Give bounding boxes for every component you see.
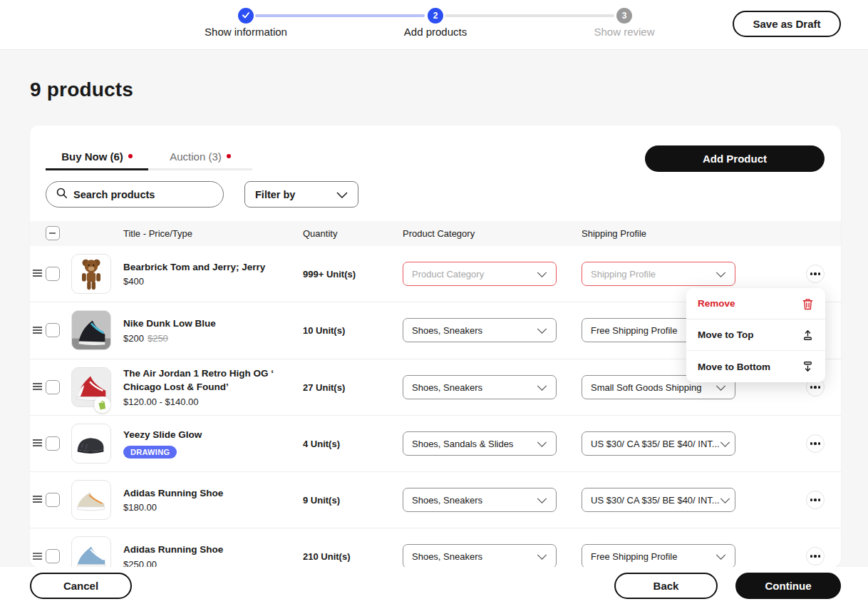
product-title: Yeezy Slide Glow: [123, 429, 298, 442]
category-dropdown[interactable]: Shoes, Sneakers: [403, 488, 557, 512]
row-more-button[interactable]: [806, 491, 825, 509]
chevron-down-icon: [537, 551, 547, 562]
product-quantity: 9 Unit(s): [303, 472, 399, 528]
header-shipping: Shipping Profile: [582, 221, 646, 246]
header-title: Title - Price/Type: [123, 221, 192, 246]
drag-handle-icon[interactable]: [32, 493, 43, 506]
product-image-adidas-cream: [71, 480, 111, 520]
page-title: 9 products: [30, 78, 133, 101]
product-quantity: 210 Unit(s): [303, 528, 399, 567]
product-quantity: 27 Unit(s): [303, 359, 399, 415]
tab-auction[interactable]: Auction (3): [148, 144, 252, 170]
category-dropdown[interactable]: Shoes, Sneakers: [403, 544, 557, 567]
product-title: Bearbrick Tom and Jerry; Jerry: [123, 261, 298, 275]
product-image-bearbrick: [71, 254, 111, 294]
category-dropdown[interactable]: Shoes, Sneakers: [403, 318, 557, 342]
filter-by-dropdown[interactable]: Filter by: [244, 181, 358, 208]
chevron-down-icon: [537, 325, 547, 336]
product-title: Adidas Running Shoe: [123, 543, 298, 557]
drag-handle-icon[interactable]: [32, 381, 43, 394]
chevron-down-icon: [537, 382, 547, 393]
drag-handle-icon[interactable]: [32, 324, 43, 337]
drag-handle-icon[interactable]: [32, 267, 43, 280]
buy-now-alert-dot: [128, 154, 133, 158]
category-dropdown[interactable]: Shoes, Sneakers: [403, 375, 557, 399]
row-more-button[interactable]: [806, 434, 825, 453]
product-image-adidas-blue: [71, 536, 111, 567]
search-box[interactable]: [46, 181, 224, 208]
trash-icon: [802, 297, 814, 310]
table-row: Adidas Running Shoe $180.00 9 Unit(s) Sh…: [30, 472, 841, 528]
chevron-down-icon: [715, 382, 726, 393]
shipping-dropdown[interactable]: US $30/ CA $35/ BE $40/ INT...: [582, 488, 735, 512]
shipping-dropdown[interactable]: Shipping Profile: [582, 262, 735, 286]
row-more-button[interactable]: [806, 265, 825, 283]
drawing-status-badge: DRAWING: [123, 446, 177, 459]
chevron-down-icon: [537, 495, 547, 506]
row-checkbox[interactable]: [46, 323, 60, 337]
product-title: The Air Jordan 1 Retro High OG ‘ Chicago…: [123, 367, 298, 394]
move-to-bottom-icon: [802, 360, 814, 373]
product-price: $400: [123, 276, 298, 287]
product-image-yeezy-slide: [71, 424, 111, 464]
table-header: Title - Price/Type Quantity Product Cate…: [30, 221, 841, 246]
header-category: Product Category: [403, 221, 475, 246]
product-old-price: $250: [148, 333, 168, 344]
auction-alert-dot: [227, 154, 231, 158]
step-3-number: 3: [622, 11, 627, 21]
row-checkbox[interactable]: [46, 493, 60, 507]
category-dropdown[interactable]: Product Category: [403, 262, 557, 286]
cancel-button[interactable]: Cancel: [30, 573, 132, 599]
header-quantity: Quantity: [303, 221, 337, 246]
menu-item-remove[interactable]: Remove: [686, 288, 825, 319]
tab-bar: Buy Now (6) Auction (3): [46, 144, 252, 170]
product-quantity: 4 Unit(s): [303, 416, 399, 471]
row-more-button[interactable]: [806, 547, 825, 565]
step-2-label[interactable]: Add products: [371, 26, 500, 38]
step-2-number: 2: [433, 11, 438, 21]
tab-buy-now[interactable]: Buy Now (6): [46, 144, 148, 170]
chevron-down-icon: [336, 188, 348, 201]
stepper-connector-active: [255, 14, 425, 17]
product-price: $250.00: [123, 559, 298, 567]
search-icon: [56, 188, 68, 202]
product-quantity: 999+ Unit(s): [303, 246, 399, 302]
drag-handle-icon[interactable]: [32, 551, 43, 563]
step-3-label[interactable]: Show review: [560, 26, 688, 38]
search-input[interactable]: [73, 189, 195, 200]
product-price: $180.00: [123, 502, 298, 513]
shopify-icon: [94, 396, 110, 413]
product-price: $200: [123, 333, 144, 344]
row-checkbox[interactable]: [46, 380, 60, 394]
row-context-menu: Remove Move to Top Move to Bottom: [686, 288, 825, 382]
select-all-checkbox[interactable]: [46, 226, 60, 240]
chevron-down-icon: [537, 269, 547, 280]
product-image-nike-dunk: [71, 310, 111, 350]
stepper-connector-inactive: [445, 14, 614, 17]
step-3-circle[interactable]: 3: [616, 8, 632, 24]
back-button[interactable]: Back: [614, 573, 718, 599]
chevron-down-icon: [715, 551, 726, 562]
action-footer: Cancel Back Continue: [0, 567, 868, 604]
product-title: Nike Dunk Low Blue: [123, 317, 298, 331]
menu-item-move-to-bottom[interactable]: Move to Bottom: [686, 351, 825, 382]
chevron-down-icon: [715, 269, 726, 280]
save-as-draft-button[interactable]: Save as Draft: [733, 11, 841, 37]
table-row: Yeezy Slide Glow DRAWING 4 Unit(s) Shoes…: [30, 416, 841, 472]
step-1-label[interactable]: Show information: [182, 26, 310, 38]
continue-button[interactable]: Continue: [735, 573, 841, 599]
add-product-button[interactable]: Add Product: [645, 145, 825, 172]
step-2-circle[interactable]: 2: [428, 8, 443, 24]
shipping-dropdown[interactable]: Free Shipping Profile: [582, 544, 735, 567]
row-checkbox[interactable]: [46, 436, 60, 451]
table-row: Adidas Running Shoe $250.00 210 Unit(s) …: [30, 528, 841, 567]
category-dropdown[interactable]: Shoes, Sandals & Slides: [403, 431, 557, 456]
row-checkbox[interactable]: [46, 267, 60, 281]
step-1-circle[interactable]: [238, 8, 254, 24]
row-checkbox[interactable]: [46, 549, 60, 563]
shipping-dropdown[interactable]: US $30/ CA $35/ BE $40/ INT...: [582, 431, 735, 456]
menu-item-move-to-top[interactable]: Move to Top: [686, 319, 825, 351]
drag-handle-icon[interactable]: [32, 437, 43, 450]
chevron-down-icon: [720, 495, 730, 506]
wizard-header: Show information 2 Add products 3 Show r…: [0, 0, 868, 50]
